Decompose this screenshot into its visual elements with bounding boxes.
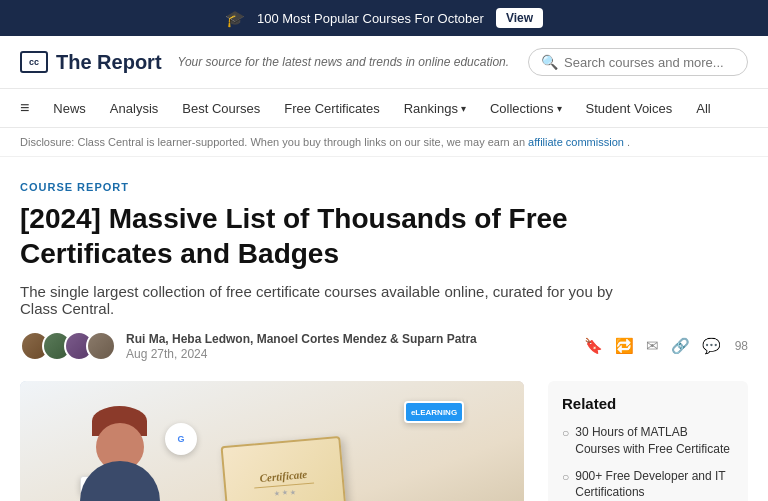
- logo-area: cc The Report: [20, 51, 162, 74]
- person-body: [80, 461, 160, 501]
- article-subtitle: The single largest collection of free ce…: [20, 283, 620, 317]
- search-icon: 🔍: [541, 54, 558, 70]
- search-box[interactable]: 🔍: [528, 48, 748, 76]
- header-tagline: Your source for the latest news and tren…: [178, 55, 512, 69]
- related-item-text: 900+ Free Developer and IT Certification…: [575, 468, 734, 501]
- affiliate-link[interactable]: affiliate commission: [528, 136, 624, 148]
- view-button[interactable]: View: [496, 8, 543, 28]
- comment-count: 98: [735, 339, 748, 353]
- nav-item-best-courses[interactable]: Best Courses: [170, 91, 272, 126]
- nav-item-analysis[interactable]: Analysis: [98, 91, 170, 126]
- disclosure-text-end: .: [627, 136, 630, 148]
- nav-item-student-voices[interactable]: Student Voices: [574, 91, 685, 126]
- related-box: Related ○ 30 Hours of MATLAB Courses wit…: [548, 381, 748, 501]
- related-title: Related: [562, 395, 734, 412]
- social-row: 🔖 🔁 ✉ 🔗 💬 98: [584, 337, 748, 355]
- retweet-icon[interactable]: 🔁: [615, 337, 634, 355]
- chevron-down-icon: ▾: [461, 103, 466, 114]
- chevron-down-icon: ▾: [557, 103, 562, 114]
- related-item[interactable]: ○ 30 Hours of MATLAB Courses with Free C…: [562, 424, 734, 458]
- article-image: Certificate ★ ★ ★ G eLEARNING FutureLear…: [20, 381, 524, 501]
- related-bullet: ○: [562, 469, 569, 486]
- email-icon[interactable]: ✉: [646, 337, 659, 355]
- avatar: [86, 331, 116, 361]
- nav-item-all[interactable]: All: [684, 91, 722, 126]
- link-icon[interactable]: 🔗: [671, 337, 690, 355]
- certificate-graphic: Certificate ★ ★ ★: [221, 436, 348, 501]
- top-banner: 🎓 100 Most Popular Courses For October V…: [0, 0, 768, 36]
- article-body: Certificate ★ ★ ★ G eLEARNING FutureLear…: [20, 381, 748, 501]
- article-category: COURSE REPORT: [20, 181, 748, 193]
- authors-names: Rui Ma, Heba Ledwon, Manoel Cortes Mende…: [126, 332, 477, 346]
- cert-text: Certificate: [259, 468, 308, 484]
- author-avatars: [20, 331, 116, 361]
- article-main: Certificate ★ ★ ★ G eLEARNING FutureLear…: [20, 381, 524, 501]
- nav-item-collections[interactable]: Collections▾: [478, 91, 574, 126]
- nav-item-news[interactable]: News: [41, 91, 98, 126]
- disclosure-bar: Disclosure: Class Central is learner-sup…: [0, 128, 768, 157]
- person-figure: [60, 421, 180, 501]
- search-input[interactable]: [564, 55, 735, 70]
- elearning-logo: eLEARNING: [404, 401, 464, 423]
- header: cc The Report Your source for the latest…: [0, 36, 768, 89]
- hamburger-menu[interactable]: ≡: [20, 89, 41, 127]
- authors-info: Rui Ma, Heba Ledwon, Manoel Cortes Mende…: [126, 332, 477, 361]
- cert-subtext: ★ ★ ★: [274, 488, 297, 498]
- related-item-text: 30 Hours of MATLAB Courses with Free Cer…: [575, 424, 734, 458]
- article-sidebar: Related ○ 30 Hours of MATLAB Courses wit…: [548, 381, 748, 501]
- article-title: [2024] Massive List of Thousands of Free…: [20, 201, 640, 271]
- authors-date: Aug 27th, 2024: [126, 347, 477, 361]
- bookmark-icon[interactable]: 🔖: [584, 337, 603, 355]
- disclosure-text: Disclosure: Class Central is learner-sup…: [20, 136, 525, 148]
- related-bullet: ○: [562, 425, 569, 442]
- nav-item-free-certificates[interactable]: Free Certificates: [272, 91, 391, 126]
- comment-icon[interactable]: 💬: [702, 337, 721, 355]
- main-nav: ≡ News Analysis Best Courses Free Certif…: [0, 89, 768, 128]
- banner-icon: 🎓: [225, 9, 245, 28]
- nav-item-rankings[interactable]: Rankings▾: [392, 91, 478, 126]
- related-item[interactable]: ○ 900+ Free Developer and IT Certificati…: [562, 468, 734, 501]
- banner-text: 100 Most Popular Courses For October: [257, 11, 484, 26]
- logo-icon: cc: [20, 51, 48, 73]
- logo-text: The Report: [56, 51, 162, 74]
- main-content: COURSE REPORT [2024] Massive List of Tho…: [0, 157, 768, 501]
- authors-row: Rui Ma, Heba Ledwon, Manoel Cortes Mende…: [20, 331, 748, 361]
- nav-items: News Analysis Best Courses Free Certific…: [41, 91, 722, 126]
